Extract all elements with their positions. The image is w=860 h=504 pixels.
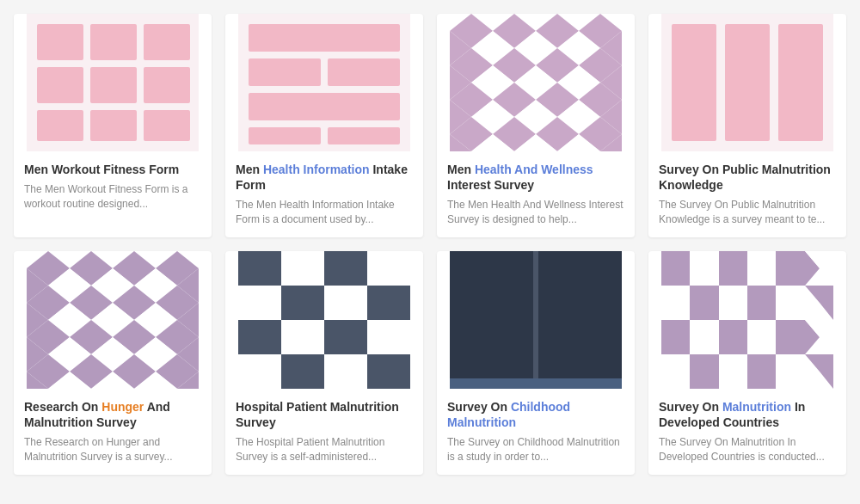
svg-rect-103 — [367, 286, 410, 320]
svg-rect-55 — [672, 24, 716, 141]
card-malnutrition-developed[interactable]: Survey On Malnutrition In Developed Coun… — [648, 251, 846, 475]
card-title-men-health-info: Men Health Information Intake Form — [236, 162, 413, 193]
svg-rect-7 — [37, 110, 83, 141]
card-childhood-malnutrition[interactable]: Survey On Childhood Malnutrition The Sur… — [437, 251, 635, 475]
card-body-men-health-wellness: Men Health And Wellness Interest Survey … — [437, 151, 635, 237]
card-men-workout[interactable]: Men Workout Fitness Form The Men Workout… — [14, 14, 212, 237]
svg-rect-9 — [144, 110, 190, 141]
svg-rect-13 — [328, 58, 400, 86]
card-title-public-malnutrition: Survey On Public Malnutrition Knowledge — [659, 162, 836, 193]
card-hospital-patient[interactable]: Hospital Patient Malnutrition Survey The… — [225, 251, 423, 475]
svg-rect-113 — [450, 251, 532, 389]
card-desc-public-malnutrition: The Survey On Public Malnutrition Knowle… — [659, 198, 836, 227]
card-body-malnutrition-developed: Survey On Malnutrition In Developed Coun… — [648, 389, 846, 475]
card-men-health-info[interactable]: Men Health Information Intake Form The M… — [225, 14, 423, 237]
card-body-men-workout: Men Workout Fitness Form The Men Workout… — [14, 151, 212, 222]
card-title-malnutrition-developed: Survey On Malnutrition In Developed Coun… — [659, 399, 836, 430]
thumbnail-hunger-malnutrition — [14, 251, 212, 389]
title-highlight-blue: Childhood Malnutrition — [447, 400, 570, 429]
svg-rect-110 — [324, 354, 367, 389]
thumbnail-public-malnutrition — [648, 14, 846, 151]
svg-rect-104 — [238, 320, 281, 354]
card-body-public-malnutrition: Survey On Public Malnutrition Knowledge … — [648, 151, 846, 237]
svg-rect-15 — [249, 127, 321, 144]
svg-rect-96 — [238, 251, 281, 286]
svg-rect-8 — [90, 110, 137, 141]
svg-rect-99 — [367, 251, 410, 286]
title-highlight-orange: Hunger — [101, 400, 144, 414]
card-body-hospital-patient: Hospital Patient Malnutrition Survey The… — [225, 389, 423, 475]
card-desc-malnutrition-developed: The Survey On Malnutrition In Developed … — [659, 435, 836, 464]
card-body-childhood-malnutrition: Survey On Childhood Malnutrition The Sur… — [437, 389, 635, 475]
thumbnail-childhood-malnutrition — [437, 251, 635, 389]
svg-rect-107 — [367, 320, 410, 354]
svg-rect-102 — [324, 286, 367, 320]
thumbnail-men-health-wellness — [437, 14, 635, 151]
svg-rect-6 — [144, 67, 190, 103]
card-title-hospital-patient: Hospital Patient Malnutrition Survey — [236, 399, 413, 430]
svg-rect-111 — [367, 354, 410, 389]
title-highlight-blue: Malnutrition — [722, 400, 791, 414]
card-title-men-health-wellness: Men Health And Wellness Interest Survey — [447, 162, 624, 193]
card-desc-childhood-malnutrition: The Survey on Childhood Malnutrition is … — [447, 435, 624, 464]
title-highlight-blue: Health And Wellness — [475, 163, 593, 176]
card-body-men-health-info: Men Health Information Intake Form The M… — [225, 151, 423, 237]
thumbnail-hospital-patient — [225, 251, 423, 389]
svg-rect-109 — [281, 354, 324, 389]
svg-rect-11 — [249, 24, 400, 52]
card-desc-men-health-info: The Men Health Information Intake Form i… — [236, 198, 413, 227]
svg-rect-98 — [324, 251, 367, 286]
card-grid: Men Workout Fitness Form The Men Workout… — [14, 14, 846, 475]
svg-rect-108 — [238, 354, 281, 389]
card-body-hunger-malnutrition: Research On Hunger And Malnutrition Surv… — [14, 389, 212, 475]
svg-rect-3 — [144, 24, 190, 60]
svg-rect-105 — [281, 320, 324, 354]
svg-rect-97 — [281, 251, 324, 286]
svg-rect-100 — [238, 286, 281, 320]
card-desc-hospital-patient: The Hospital Patient Malnutrition Survey… — [236, 435, 413, 464]
card-desc-hunger-malnutrition: The Research on Hunger and Malnutrition … — [24, 435, 201, 464]
thumbnail-men-health-info — [225, 14, 423, 151]
card-desc-men-health-wellness: The Men Health And Wellness Interest Sur… — [447, 198, 624, 227]
card-men-health-wellness[interactable]: Men Health And Wellness Interest Survey … — [437, 14, 635, 237]
svg-rect-106 — [324, 320, 367, 354]
card-public-malnutrition[interactable]: Survey On Public Malnutrition Knowledge … — [648, 14, 846, 237]
card-title-men-workout: Men Workout Fitness Form — [24, 162, 201, 177]
svg-rect-101 — [281, 286, 324, 320]
svg-rect-2 — [90, 24, 137, 60]
card-desc-men-workout: The Men Workout Fitness Form is a workou… — [24, 182, 201, 212]
svg-rect-115 — [533, 251, 538, 389]
thumbnail-men-workout — [14, 14, 212, 151]
svg-rect-56 — [725, 24, 770, 141]
svg-rect-12 — [249, 58, 321, 86]
svg-rect-57 — [778, 24, 823, 141]
svg-rect-4 — [37, 67, 83, 103]
svg-rect-14 — [249, 93, 400, 120]
card-title-hunger-malnutrition: Research On Hunger And Malnutrition Surv… — [24, 399, 201, 430]
svg-rect-16 — [328, 127, 400, 144]
svg-rect-1 — [37, 24, 83, 60]
card-hunger-malnutrition[interactable]: Research On Hunger And Malnutrition Surv… — [14, 251, 212, 475]
svg-rect-114 — [539, 251, 622, 389]
thumbnail-malnutrition-developed — [648, 251, 846, 389]
title-highlight-blue: Health Information — [263, 163, 370, 176]
svg-rect-116 — [450, 378, 622, 389]
card-title-childhood-malnutrition: Survey On Childhood Malnutrition — [447, 399, 624, 430]
svg-rect-5 — [90, 67, 137, 103]
